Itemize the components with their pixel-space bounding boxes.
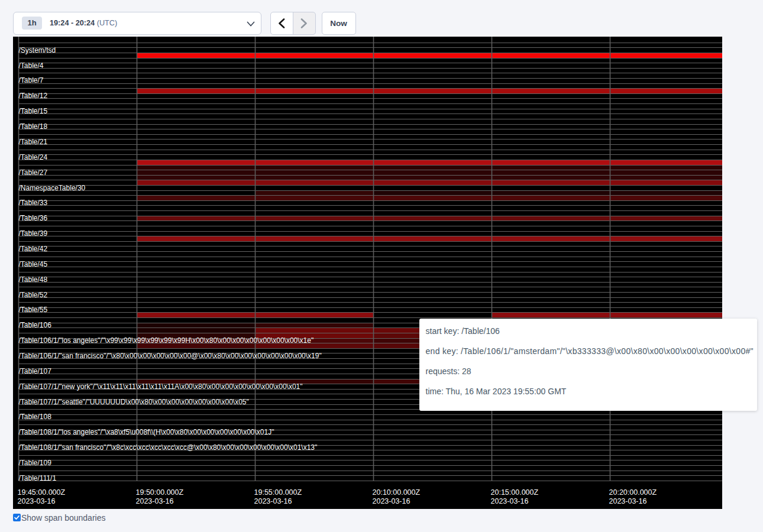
svg-text:/Table/108/1/"san francisco"/": /Table/108/1/"san francisco"/"\x8c\xcc\x… [19,443,318,452]
svg-text:19:45:00.000Z: 19:45:00.000Z [18,488,66,496]
svg-text:/Table/33: /Table/33 [19,199,48,207]
svg-text:/Table/18: /Table/18 [19,122,48,131]
svg-text:/Table/24: /Table/24 [19,153,48,161]
svg-text:/Table/36: /Table/36 [19,214,48,222]
svg-text:20:15:00.000Z: 20:15:00.000Z [491,488,539,496]
svg-text:20:10:00.000Z: 20:10:00.000Z [373,488,421,496]
svg-text:/Table/15: /Table/15 [19,107,48,115]
svg-text:2023-03-16: 2023-03-16 [609,497,647,505]
svg-text:/NamespaceTable/30: /NamespaceTable/30 [19,183,86,192]
svg-text:/Table/106/1/"san francisco"/": /Table/106/1/"san francisco"/"\x80\x00\x… [19,351,322,359]
svg-text:/Table/107: /Table/107 [19,366,52,375]
svg-text:/Table/45: /Table/45 [19,259,48,268]
svg-text:/Table/4: /Table/4 [19,61,44,69]
svg-text:/Table/48: /Table/48 [19,275,48,283]
svg-text:/Table/27: /Table/27 [19,168,48,176]
svg-text:/Table/107/1/"new york"/"\x11\: /Table/107/1/"new york"/"\x11\x11\x11\x1… [19,382,303,390]
svg-text:19:50:00.000Z: 19:50:00.000Z [136,488,184,496]
svg-text:20:20:00.000Z: 20:20:00.000Z [609,488,657,496]
svg-text:/Table/109: /Table/109 [19,458,52,466]
svg-text:/Table/52: /Table/52 [19,290,48,299]
svg-text:/Table/42: /Table/42 [19,244,48,252]
svg-text:/Table/7: /Table/7 [19,76,44,85]
svg-text:/Table/55: /Table/55 [19,306,48,314]
svg-text:/Table/39: /Table/39 [19,229,48,238]
svg-text:/Table/106: /Table/106 [19,321,52,329]
svg-text:/Table/108/1/"los angeles"/"\x: /Table/108/1/"los angeles"/"\xa8\xf5\u00… [19,428,274,436]
svg-text:/Table/107/1/"seattle"/"UUUUUU: /Table/107/1/"seattle"/"UUUUUUD\x00\x80\… [19,397,249,406]
svg-text:/Table/111/1: /Table/111/1 [19,473,57,482]
svg-text:/Table/106/1/"los angeles"/"\x: /Table/106/1/"los angeles"/"\x99\x99\x99… [19,336,314,345]
svg-text:2023-03-16: 2023-03-16 [18,497,56,505]
svg-text:/Table/12: /Table/12 [19,92,48,100]
svg-text:/Table/21: /Table/21 [19,137,48,145]
svg-text:2023-03-16: 2023-03-16 [373,497,410,505]
svg-text:2023-03-16: 2023-03-16 [136,497,174,505]
svg-text:/System/tsd: /System/tsd [19,46,56,54]
svg-text:/Table/108: /Table/108 [19,413,52,421]
svg-text:2023-03-16: 2023-03-16 [491,497,529,505]
svg-text:19:55:00.000Z: 19:55:00.000Z [254,488,302,496]
svg-text:2023-03-16: 2023-03-16 [254,497,292,505]
